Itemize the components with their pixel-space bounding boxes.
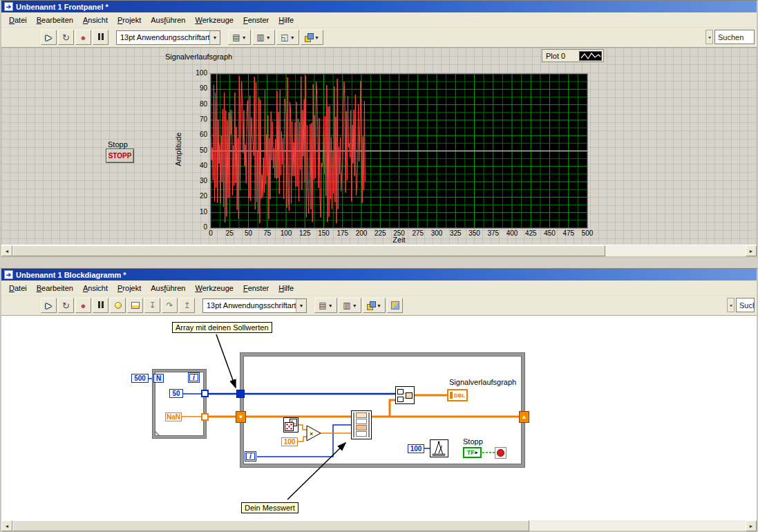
run-button[interactable]: ▶ — [41, 298, 57, 313]
scroll-right-button[interactable]: ► — [746, 245, 757, 256]
font-selector-value: 13pt Anwendungsschriftart — [203, 301, 296, 310]
abort-icon: ● — [81, 33, 86, 42]
build-array-node[interactable] — [395, 386, 415, 404]
comment-array-sollwerte[interactable]: Array mit deinen Sollwerten — [172, 322, 272, 333]
font-selector-dropdown[interactable]: ▼ — [296, 299, 306, 312]
step-over-button[interactable]: ↷ — [162, 298, 178, 313]
align-objects-icon: ▤ — [232, 32, 240, 42]
menu-item-ansicht[interactable]: Ansicht — [78, 14, 113, 26]
font-selector[interactable]: 13pt Anwendungsschriftart ▼ — [202, 298, 307, 313]
while-loop[interactable] — [240, 353, 524, 467]
y-tick-label: 70 — [189, 115, 207, 123]
numeric-constant-100-multiplier[interactable]: 100 — [281, 437, 298, 446]
run-continuous-button[interactable]: ↻ — [58, 298, 74, 313]
align-objects-dropdown[interactable]: ▤▼ — [228, 30, 251, 45]
output-tunnel-blue[interactable] — [201, 390, 209, 397]
menu-item-ansicht[interactable]: Ansicht — [78, 282, 113, 294]
menu-item-werkzeuge[interactable]: Werkzeuge — [190, 282, 238, 294]
numeric-constant-100-wait[interactable]: 100 — [408, 444, 424, 453]
stop-button[interactable]: STOPP — [106, 149, 134, 163]
scroll-left-button[interactable]: ◄ — [1, 520, 12, 531]
wait-until-next-ms-node[interactable] — [430, 439, 448, 457]
plot-legend-name: Plot 0 — [546, 52, 565, 60]
font-selector[interactable]: 13pt Anwendungsschriftart ▼ — [116, 30, 220, 45]
menu-item-werkzeuge[interactable]: Werkzeuge — [190, 14, 238, 26]
numeric-constant-500[interactable]: 500 — [131, 374, 149, 383]
search-input[interactable]: Suchen — [714, 30, 755, 44]
scroll-left-button[interactable]: ◄ — [1, 245, 12, 256]
menu-item-projekt[interactable]: Projekt — [113, 14, 146, 26]
pause-button[interactable] — [93, 30, 108, 45]
menu-item-datei[interactable]: Datei — [4, 14, 32, 26]
highlight-execution-button[interactable] — [110, 298, 126, 313]
while-loop-iteration-terminal[interactable]: i — [245, 451, 256, 462]
multiply-node[interactable]: × — [306, 425, 321, 441]
menu-item-ausführen[interactable]: Ausführen — [146, 14, 190, 26]
x-tick-label: 50 — [238, 229, 259, 237]
menu-item-bearbeiten[interactable]: Bearbeiten — [32, 14, 78, 26]
reorder-objects-dropdown[interactable]: ▼ — [301, 30, 323, 45]
scrollbar-thumb[interactable] — [12, 520, 529, 531]
pause-button[interactable] — [93, 298, 108, 313]
menu-item-bearbeiten[interactable]: Bearbeiten — [32, 282, 78, 294]
array-bracket-icon — [450, 392, 453, 399]
scrollbar-thumb[interactable] — [12, 245, 605, 256]
toolbar-collapse-button[interactable]: ◂ — [727, 298, 735, 312]
stop-terminal-label: Stopp — [463, 437, 483, 446]
block-diagram-area[interactable]: 500 N i 50 NaN ▼ ▲ i 100 × — [1, 316, 757, 520]
distribute-objects-dropdown[interactable]: ▥▼ — [339, 298, 361, 313]
retain-wire-values-button[interactable] — [127, 298, 143, 313]
cleanup-diagram-button[interactable] — [387, 298, 403, 313]
align-objects-dropdown[interactable]: ▤▼ — [314, 298, 337, 313]
numeric-constant-50[interactable]: 50 — [169, 389, 183, 398]
menu-item-datei[interactable]: Datei — [4, 282, 32, 294]
x-tick-label: 200 — [351, 229, 372, 237]
scroll-right-icon: ► — [749, 249, 754, 254]
comment-messwert[interactable]: Dein Messwert — [241, 502, 299, 513]
nan-constant[interactable]: NaN — [165, 412, 182, 421]
loop-count-terminal[interactable]: N — [153, 374, 164, 383]
block-diagram-hscrollbar[interactable]: ◄ ► — [1, 520, 757, 531]
boolean-stop-terminal[interactable]: TF ▸ — [463, 447, 482, 458]
run-button[interactable]: ▶ — [41, 30, 57, 45]
replace-array-subset-node[interactable] — [351, 410, 372, 439]
search-input[interactable]: Such — [736, 298, 755, 312]
loop-condition-terminal[interactable] — [495, 447, 506, 459]
waveform-graph-terminal[interactable]: DBL — [447, 389, 468, 401]
front-panel-hscrollbar[interactable]: ◄ ► — [1, 245, 757, 256]
abort-button[interactable]: ● — [75, 298, 91, 313]
shift-register-left[interactable]: ▼ — [236, 411, 246, 423]
front-panel-titlebar[interactable]: Unbenannt 1 Frontpanel * — [1, 1, 757, 12]
random-number-node[interactable] — [283, 417, 299, 433]
scroll-right-button[interactable]: ► — [746, 520, 757, 531]
step-into-button[interactable]: ↧ — [144, 298, 160, 313]
reorder-icon — [305, 33, 313, 41]
menu-item-hilfe[interactable]: Hilfe — [274, 14, 299, 26]
block-diagram-titlebar[interactable]: Unbenannt 1 Blockdiagramm * — [1, 269, 757, 281]
distribute-objects-dropdown[interactable]: ▥▼ — [252, 30, 275, 45]
for-loop-iteration-terminal[interactable]: i — [188, 372, 200, 383]
menu-item-projekt[interactable]: Projekt — [113, 282, 146, 294]
reorder-objects-dropdown[interactable]: ▼ — [363, 298, 386, 313]
run-continuous-button[interactable]: ↻ — [58, 30, 74, 45]
x-tick-label: 150 — [314, 229, 334, 237]
menu-item-fenster[interactable]: Fenster — [238, 282, 274, 294]
input-tunnel-blue[interactable] — [236, 390, 245, 398]
run-icon: ▶ — [46, 301, 51, 310]
resize-objects-dropdown[interactable]: ◱▼ — [276, 30, 299, 45]
shift-register-right[interactable]: ▲ — [519, 411, 529, 423]
toolbar-collapse-button[interactable]: ◂ — [705, 30, 713, 44]
abort-button[interactable]: ● — [75, 30, 91, 45]
menu-item-ausführen[interactable]: Ausführen — [146, 282, 190, 294]
plot-legend[interactable]: Plot 0 — [542, 49, 604, 62]
menu-item-hilfe[interactable]: Hilfe — [274, 282, 299, 294]
step-out-button[interactable]: ↥ — [179, 298, 195, 313]
menu-item-fenster[interactable]: Fenster — [238, 14, 274, 26]
front-panel-area[interactable]: Signalverlaufsgraph Plot 0 Amplitude Zei… — [1, 48, 757, 245]
x-tick-label: 500 — [577, 229, 598, 237]
svg-text:×: × — [310, 430, 313, 437]
x-tick-label: 100 — [276, 229, 296, 237]
output-tunnel-orange[interactable] — [201, 413, 209, 421]
waveform-graph-plot-area[interactable] — [210, 73, 588, 229]
font-selector-dropdown[interactable]: ▼ — [209, 31, 220, 44]
